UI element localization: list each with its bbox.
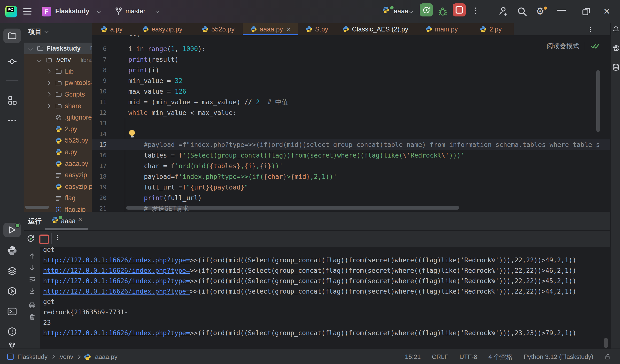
services-tool-icon[interactable] bbox=[7, 266, 17, 276]
restore-window-button[interactable] bbox=[581, 6, 591, 17]
tree-item-label: pwntools- bbox=[65, 79, 92, 87]
terminal-tool-icon[interactable] bbox=[7, 306, 17, 317]
breadcrumb-folder[interactable]: .venv bbox=[58, 353, 73, 361]
editor-tab-easyzip.py[interactable]: easyzip.py bbox=[131, 23, 194, 35]
tree-item-5525.py[interactable]: 5525.py bbox=[24, 135, 92, 146]
editor-tab-a.py[interactable]: a.py bbox=[93, 23, 131, 35]
structure-tool-icon[interactable] bbox=[7, 95, 17, 105]
console-link[interactable]: http://127.0.0.1:16626/index.php?type= bbox=[43, 256, 190, 264]
tree-chevron-icon[interactable] bbox=[46, 104, 51, 108]
python-packages-tool-icon[interactable] bbox=[7, 286, 17, 296]
tree-item-easyzip.py[interactable]: easyzip.py bbox=[24, 181, 92, 192]
prev-occurrence-icon[interactable] bbox=[29, 252, 36, 260]
more-actions-icon[interactable] bbox=[475, 6, 476, 15]
problems-tool-icon[interactable] bbox=[7, 326, 17, 337]
ai-assistant-icon[interactable] bbox=[612, 45, 620, 52]
breadcrumb-file[interactable]: aaaa.py bbox=[95, 353, 117, 361]
console-text: >>(if(ord(mid((Select(group_concat(flag)… bbox=[190, 288, 576, 295]
text-icon bbox=[55, 195, 62, 202]
chevron-right-icon bbox=[77, 355, 81, 359]
code-with-me-icon[interactable] bbox=[498, 6, 510, 17]
branch-widget[interactable]: master bbox=[125, 8, 146, 15]
line-number: 18 bbox=[92, 171, 107, 182]
tree-chevron-icon[interactable] bbox=[37, 58, 41, 62]
close-window-button[interactable]: × bbox=[604, 3, 610, 19]
editor-horizontal-scrollbar[interactable] bbox=[126, 206, 459, 210]
tree-item-label: Scripts bbox=[65, 91, 85, 98]
tree-item-.venv[interactable]: .venvlibrary根 bbox=[24, 54, 92, 66]
print-icon[interactable] bbox=[29, 302, 36, 309]
console-vertical-scrollbar[interactable] bbox=[604, 338, 608, 348]
commit-tool-icon[interactable] bbox=[7, 56, 17, 67]
soft-wrap-icon[interactable] bbox=[29, 276, 36, 283]
tree-item-Lib[interactable]: Lib bbox=[24, 66, 92, 77]
tree-item-share[interactable]: share bbox=[24, 100, 92, 112]
rerun-button[interactable] bbox=[420, 3, 433, 16]
stop-icon[interactable] bbox=[39, 235, 49, 244]
unlocked-icon[interactable] bbox=[604, 353, 612, 360]
run-tab-underline bbox=[45, 228, 88, 230]
text-icon bbox=[55, 172, 62, 179]
tab-label: main.py bbox=[435, 26, 458, 33]
console-output[interactable]: gethttp://127.0.0.1:16626/index.php?type… bbox=[40, 247, 610, 349]
project-horizontal-scrollbar[interactable] bbox=[25, 206, 49, 209]
main-menu-icon[interactable] bbox=[23, 7, 31, 16]
minimize-button[interactable] bbox=[557, 10, 566, 11]
caret-position-widget[interactable]: 15:21 bbox=[405, 353, 421, 361]
editor-tab-5525.py[interactable]: 5525.py bbox=[194, 23, 243, 35]
editor-tab-main.py[interactable]: main.py bbox=[415, 23, 468, 35]
console-link[interactable]: http://127.0.0.1:16626/index.php?type= bbox=[43, 329, 190, 337]
settings-gear-icon[interactable]: ⚙ bbox=[536, 6, 544, 16]
scroll-to-end-icon[interactable] bbox=[29, 287, 36, 295]
project-panel-header[interactable]: 项目 bbox=[28, 27, 48, 36]
editor-tab-Classic_AES (2).py[interactable]: Classic_AES (2).py bbox=[335, 23, 415, 35]
encoding-widget[interactable]: UTF-8 bbox=[459, 353, 477, 361]
close-run-tab-icon[interactable]: × bbox=[78, 215, 82, 224]
intention-lightbulb-icon[interactable] bbox=[129, 130, 135, 138]
tree-item-.gitignore[interactable]: .gitignore bbox=[24, 112, 92, 123]
project-widget[interactable]: Flaskstudy bbox=[55, 8, 89, 15]
debug-button[interactable] bbox=[437, 6, 448, 17]
tree-chevron-icon[interactable] bbox=[46, 81, 51, 85]
tree-item-a.py[interactable]: a.py bbox=[24, 146, 92, 158]
tree-item-Flaskstudy[interactable]: FlaskstudyE:\Py bbox=[24, 43, 92, 54]
console-link[interactable]: http://127.0.0.1:16626/index.php?type= bbox=[43, 277, 190, 285]
tree-item-2.py[interactable]: 2.py bbox=[24, 123, 92, 135]
more-tools-icon[interactable] bbox=[8, 120, 16, 121]
editor-tab-aaaa.py[interactable]: aaaa.py× bbox=[243, 23, 298, 35]
indent-widget[interactable]: 4 个空格 bbox=[488, 353, 513, 361]
code-area[interactable]: lt(6 i in range(1, 1000):7 print(result)… bbox=[92, 35, 610, 212]
tree-item-pwntools-[interactable]: pwntools- bbox=[24, 77, 92, 89]
tree-chevron-icon[interactable] bbox=[46, 69, 51, 74]
clear-console-icon[interactable] bbox=[29, 313, 36, 321]
python-icon bbox=[55, 126, 62, 132]
run-more-icon[interactable] bbox=[57, 234, 58, 242]
tree-chevron-icon[interactable] bbox=[29, 46, 33, 51]
editor-vertical-scrollbar[interactable] bbox=[596, 70, 600, 132]
next-occurrence-icon[interactable] bbox=[29, 264, 36, 271]
run-tab-label[interactable]: aaaa bbox=[61, 217, 76, 225]
tab-list-more-icon[interactable] bbox=[590, 26, 591, 33]
interpreter-widget[interactable]: Python 3.12 (Flaskstudy) bbox=[524, 353, 593, 361]
editor-tab-2.py[interactable]: 2.py bbox=[468, 23, 514, 35]
rerun-icon[interactable] bbox=[26, 234, 35, 243]
close-tab-icon[interactable]: × bbox=[287, 25, 291, 33]
editor-tab-S.py[interactable]: S.py bbox=[298, 23, 335, 35]
tree-item-easyzip[interactable]: easyzip bbox=[24, 169, 92, 181]
tree-item-Scripts[interactable]: Scripts bbox=[24, 89, 92, 100]
tree-item-flag[interactable]: flag bbox=[24, 192, 92, 204]
project-tool-icon[interactable] bbox=[7, 31, 17, 41]
database-tool-icon[interactable] bbox=[612, 63, 620, 71]
notifications-bell-icon[interactable] bbox=[612, 26, 620, 33]
run-config-selector[interactable]: aaaa bbox=[394, 8, 408, 15]
console-link[interactable]: http://127.0.0.1:16626/index.php?type= bbox=[43, 288, 190, 295]
folder-icon bbox=[55, 68, 62, 75]
console-link[interactable]: http://127.0.0.1:16626/index.php?type= bbox=[43, 267, 190, 274]
line-separator-widget[interactable]: CRLF bbox=[432, 353, 448, 361]
stop-button[interactable] bbox=[453, 3, 466, 16]
tree-item-aaaa.py[interactable]: aaaa.py bbox=[24, 158, 92, 169]
breadcrumb-project[interactable]: Flaskstudy bbox=[17, 353, 47, 361]
tree-chevron-icon[interactable] bbox=[46, 92, 51, 97]
search-everywhere-icon[interactable] bbox=[516, 6, 528, 17]
python-console-tool-icon[interactable] bbox=[7, 246, 17, 256]
